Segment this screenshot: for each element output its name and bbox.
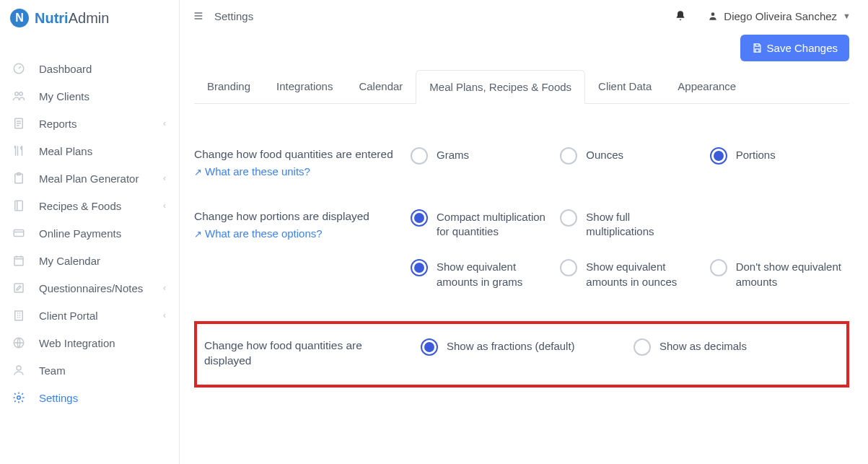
help-link-units[interactable]: ↗What are these units? <box>194 165 310 178</box>
sidebar: N NutriAdmin Dashboard My Clients Report… <box>0 0 180 464</box>
sidebar-item-settings[interactable]: Settings <box>0 384 179 411</box>
radio-option-ounces[interactable]: Ounces <box>560 147 699 178</box>
svg-rect-10 <box>15 311 23 320</box>
clipboard-icon <box>12 172 26 185</box>
tab-integrations[interactable]: Integrations <box>263 70 346 103</box>
setting-food-quantity-units: Change how food quantities are entered ↗… <box>194 147 849 178</box>
option-label: Don't show equivalent amounts <box>736 259 849 289</box>
chevron-left-icon: ‹ <box>163 201 166 211</box>
sidebar-item-team[interactable]: Team <box>0 356 179 384</box>
save-button-label: Save Changes <box>767 42 838 54</box>
sidebar-nav: Dashboard My Clients Reports ‹ Meal Plan… <box>0 55 179 411</box>
radio-icon <box>560 209 577 227</box>
option-label: Show equivalent amounts in grams <box>437 259 550 289</box>
menu-toggle-icon[interactable] <box>193 10 204 22</box>
sidebar-item-label: Meal Plans <box>39 145 92 157</box>
utensils-icon <box>12 144 26 157</box>
sidebar-item-meal-plans[interactable]: Meal Plans <box>0 137 179 165</box>
sidebar-item-web-integration[interactable]: Web Integration <box>0 329 179 356</box>
credit-card-icon <box>12 227 26 240</box>
sidebar-item-label: Web Integration <box>39 337 115 349</box>
globe-icon <box>12 336 26 349</box>
notifications-icon[interactable] <box>675 10 686 22</box>
radio-option-fractions[interactable]: Show as fractions (default) <box>421 338 623 372</box>
sidebar-item-my-calendar[interactable]: My Calendar <box>0 247 179 274</box>
tab-branding[interactable]: Branding <box>194 70 263 103</box>
building-icon <box>12 309 26 322</box>
svg-rect-7 <box>14 230 24 237</box>
chevron-left-icon: ‹ <box>163 283 166 293</box>
svg-point-2 <box>19 92 23 96</box>
sidebar-item-questionnaires[interactable]: Questionnaires/Notes ‹ <box>0 274 179 302</box>
caret-down-icon: ▼ <box>843 12 851 20</box>
chevron-left-icon: ‹ <box>163 310 166 320</box>
radio-icon <box>411 259 428 276</box>
brand-name-b: Admin <box>69 10 110 27</box>
user-icon <box>12 364 26 377</box>
sidebar-item-meal-plan-generator[interactable]: Meal Plan Generator ‹ <box>0 165 179 192</box>
external-link-icon: ↗ <box>194 167 202 178</box>
save-changes-button[interactable]: Save Changes <box>740 35 849 61</box>
radio-icon <box>411 209 428 227</box>
tab-appearance[interactable]: Appearance <box>665 70 749 103</box>
radio-icon <box>710 147 727 165</box>
calendar-icon <box>12 254 26 267</box>
sidebar-item-dashboard[interactable]: Dashboard <box>0 55 179 82</box>
radio-option-compact-multiplication[interactable]: Compact multiplication for quantities <box>411 209 550 240</box>
option-label: Compact multiplication for quantities <box>437 209 550 240</box>
topbar: Settings Diego Oliveira Sanchez ▼ <box>180 0 868 32</box>
sidebar-item-my-clients[interactable]: My Clients <box>0 82 179 110</box>
radio-option-equiv-ounces[interactable]: Show equivalent amounts in ounces <box>560 259 699 289</box>
option-label: Portions <box>736 147 776 162</box>
help-link-portions[interactable]: ↗What are these options? <box>194 227 323 240</box>
radio-icon <box>411 147 428 165</box>
option-label: Grams <box>437 147 469 162</box>
sidebar-item-reports[interactable]: Reports ‹ <box>0 110 179 137</box>
gauge-icon <box>12 62 26 75</box>
sidebar-item-label: My Calendar <box>39 255 100 267</box>
tab-calendar[interactable]: Calendar <box>346 70 416 103</box>
radio-option-portions[interactable]: Portions <box>710 147 849 178</box>
book-icon <box>12 199 26 212</box>
radio-option-grams[interactable]: Grams <box>411 147 550 178</box>
user-avatar-icon <box>708 11 718 21</box>
radio-icon <box>560 259 577 276</box>
radio-option-decimals[interactable]: Show as decimals <box>634 338 836 372</box>
option-label: Show as decimals <box>659 338 747 354</box>
radio-icon <box>421 338 438 356</box>
sidebar-item-label: Dashboard <box>39 63 92 75</box>
radio-option-full-multiplications[interactable]: Show full multiplications <box>560 209 699 240</box>
settings-tabs: Branding Integrations Calendar Meal Plan… <box>194 70 849 104</box>
tab-meal-plans-recipes-foods[interactable]: Meal Plans, Recipes & Foods <box>416 70 585 104</box>
tab-client-data[interactable]: Client Data <box>585 70 665 103</box>
sidebar-item-online-payments[interactable]: Online Payments <box>0 219 179 247</box>
option-label: Show as fractions (default) <box>447 338 575 354</box>
main-content: Save Changes Branding Integrations Calen… <box>180 32 868 464</box>
option-label: Show equivalent amounts in ounces <box>586 259 699 289</box>
radio-option-no-equiv[interactable]: Don't show equivalent amounts <box>710 259 849 289</box>
svg-rect-9 <box>14 284 23 292</box>
pencil-square-icon <box>12 281 26 294</box>
svg-rect-8 <box>14 257 23 266</box>
save-icon <box>752 43 763 53</box>
user-menu[interactable]: Diego Oliveira Sanchez ▼ <box>708 10 851 22</box>
logo-mark-icon: N <box>10 9 29 27</box>
sidebar-item-recipes-foods[interactable]: Recipes & Foods ‹ <box>0 192 179 219</box>
radio-option-equiv-grams[interactable]: Show equivalent amounts in grams <box>411 259 550 289</box>
option-label: Ounces <box>586 147 623 162</box>
svg-point-12 <box>17 366 21 370</box>
sidebar-item-label: Team <box>39 364 66 377</box>
external-link-icon: ↗ <box>194 229 202 240</box>
chevron-left-icon: ‹ <box>163 118 166 128</box>
sidebar-item-label: Recipes & Foods <box>39 200 121 212</box>
setting-title: Change how food quantities are entered <box>194 147 396 162</box>
setting-quantities-display-highlighted: Change how food quantities are displayed… <box>194 321 849 388</box>
setting-title: Change how portions are displayed <box>194 209 396 224</box>
setting-portions-display: Change how portions are displayed ↗What … <box>194 209 849 289</box>
option-label: Show full multiplications <box>586 209 699 240</box>
brand-logo[interactable]: N NutriAdmin <box>0 0 179 36</box>
sidebar-item-client-portal[interactable]: Client Portal ‹ <box>0 302 179 329</box>
chevron-left-icon: ‹ <box>163 173 166 183</box>
sidebar-item-label: My Clients <box>39 90 89 102</box>
gear-icon <box>12 391 26 404</box>
